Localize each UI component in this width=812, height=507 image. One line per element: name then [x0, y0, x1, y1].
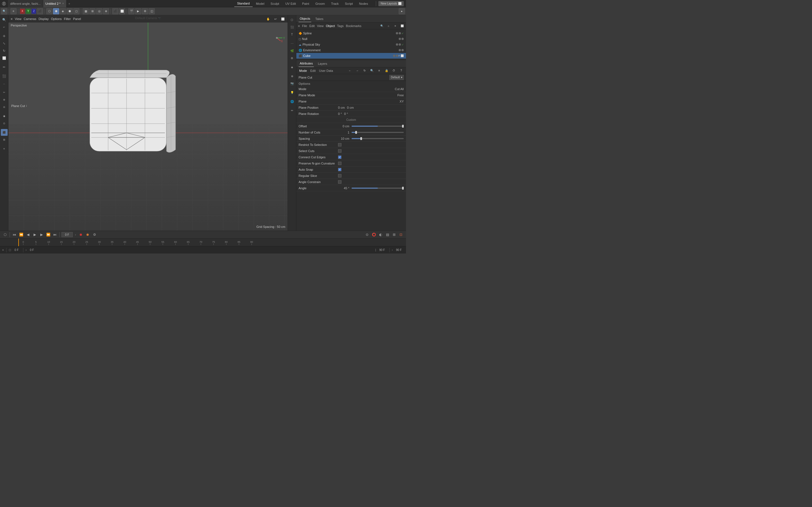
edge-btn[interactable]: ◻: [73, 8, 80, 14]
attr-filter-btn[interactable]: ≡: [376, 68, 382, 74]
attr-userdata-btn[interactable]: User Data: [318, 69, 335, 72]
attr-search-btn[interactable]: 🔍: [369, 68, 375, 74]
attr-edit-btn[interactable]: Edit: [309, 69, 317, 72]
rotate-target-btn[interactable]: ◎: [96, 8, 102, 14]
vp-view-menu[interactable]: View: [15, 17, 21, 20]
search-btn[interactable]: 🔍: [1, 8, 7, 14]
preserve-ngon-checkbox[interactable]: [338, 162, 342, 165]
restrict-checkbox[interactable]: [338, 143, 342, 147]
attr-fwd-btn[interactable]: →: [354, 68, 360, 74]
offset-slider[interactable]: [352, 126, 404, 127]
panel-menu-view[interactable]: View: [317, 24, 324, 27]
sky-vis-dot[interactable]: [396, 43, 398, 46]
angle-value[interactable]: 45 °: [338, 186, 349, 190]
tool-cut[interactable]: ✂: [1, 89, 8, 96]
anim-end-input[interactable]: [394, 248, 404, 251]
nav-tab-uvedit[interactable]: UV Edit: [283, 0, 299, 7]
panel-menu-edit[interactable]: Edit: [309, 24, 315, 27]
panel-menu-file[interactable]: File: [302, 24, 307, 27]
tl-snap-btn[interactable]: ⊡: [398, 232, 404, 237]
go-end-btn[interactable]: ⏭: [52, 232, 58, 237]
panel-home-btn[interactable]: ⌂: [386, 24, 391, 28]
attr-lock-btn[interactable]: 🔒: [384, 68, 390, 74]
rs-hair-btn[interactable]: 🌿: [289, 47, 296, 54]
rs-particles-btn[interactable]: ⋯: [289, 40, 296, 47]
vp-options-menu[interactable]: Options: [51, 17, 62, 20]
rs-light-btn[interactable]: 💡: [289, 89, 296, 96]
attr-mode-btn[interactable]: Mode: [298, 69, 308, 72]
render-btn[interactable]: ▶: [135, 8, 141, 14]
connect-cut-edges-checkbox[interactable]: ✓: [338, 156, 342, 159]
tool-rotate[interactable]: ↻: [1, 47, 8, 54]
render-region-btn[interactable]: ◫: [149, 8, 155, 14]
rs-plane-btn[interactable]: 🌐: [289, 98, 296, 105]
play-btn[interactable]: ▶: [32, 232, 38, 237]
rs-material-btn[interactable]: ◈: [289, 64, 296, 70]
axis-all-btn[interactable]: ⬛: [37, 8, 43, 14]
active-render-btn[interactable]: ▸: [399, 8, 405, 14]
tl-anim-btn[interactable]: ⭕: [371, 232, 377, 237]
tab-active[interactable]: Untitled 2 * ×: [43, 0, 66, 7]
viewport[interactable]: ≡ View Cameras Display Options Filter Pa…: [8, 15, 288, 231]
tool-align[interactable]: ≡: [1, 145, 8, 152]
rotate-btn[interactable]: ⊗: [103, 8, 109, 14]
snap2-btn[interactable]: ⬜: [119, 8, 125, 14]
vp-display-menu[interactable]: Display: [39, 17, 49, 20]
vp-zoom-btn[interactable]: ↩: [273, 16, 278, 21]
tl-track-btn[interactable]: ⊞: [391, 232, 397, 237]
num-cuts-slider[interactable]: [352, 132, 404, 133]
spline-vis-dot[interactable]: [396, 32, 398, 34]
nav-tab-sculpt[interactable]: Sculpt: [268, 0, 282, 7]
rs-camera-btn[interactable]: 📷: [289, 80, 296, 87]
start-frame-input[interactable]: [12, 248, 21, 251]
tool-transform[interactable]: ⬜: [1, 55, 8, 61]
step-back-btn[interactable]: ⏪: [18, 232, 24, 237]
nav-tab-standard[interactable]: Standard: [234, 0, 253, 7]
env-vis-dot[interactable]: [399, 49, 401, 51]
vp-cameras-menu[interactable]: Cameras: [24, 17, 36, 20]
axis-y-btn[interactable]: Y: [26, 8, 31, 14]
tool-plane-cut[interactable]: ⬛: [1, 129, 8, 136]
tool-smooth[interactable]: ◉: [1, 113, 8, 119]
nav-tab-paint[interactable]: Paint: [299, 0, 312, 7]
new-layouts-btn[interactable]: New Layouts ⬜: [378, 1, 404, 6]
go-start-btn[interactable]: ⏮: [11, 232, 17, 237]
rs-deform-btn[interactable]: ⚙: [289, 55, 296, 61]
spline-render-dot[interactable]: [399, 32, 401, 34]
playhead[interactable]: [18, 238, 19, 246]
step-fwd-btn[interactable]: ⏩: [45, 232, 51, 237]
cube-render-dot[interactable]: [396, 55, 398, 57]
rs-null-btn[interactable]: ⊕: [289, 73, 296, 79]
offset-value[interactable]: 0 cm: [338, 124, 349, 128]
tool-magnet[interactable]: ⊙: [1, 120, 8, 127]
key-icon[interactable]: ⬡: [2, 232, 8, 237]
scale-btn[interactable]: ⊞: [89, 8, 96, 14]
panel-menu-tags[interactable]: Tags: [337, 24, 344, 27]
cube-vis-dot[interactable]: [393, 55, 395, 57]
tl-pivot-btn[interactable]: ⊙: [364, 232, 370, 237]
null-render-dot[interactable]: [402, 38, 404, 40]
tab-takes[interactable]: Takes: [314, 15, 324, 22]
tree-item-null[interactable]: ◻ Null: [296, 36, 406, 42]
nav-tab-script[interactable]: Script: [342, 0, 356, 7]
rs-render-btn[interactable]: ✏: [289, 107, 296, 114]
tree-item-spline[interactable]: 🔶 Spline ✓: [296, 31, 406, 36]
tab-hint[interactable]: different angle, fashi...: [8, 0, 43, 7]
nav-tab-groom[interactable]: Groom: [313, 0, 328, 7]
attr-tab-attributes[interactable]: Attributes: [299, 60, 314, 67]
spacing-slider[interactable]: [352, 138, 404, 139]
frame-input[interactable]: [61, 232, 73, 237]
settings-btn[interactable]: ⚙: [92, 232, 97, 237]
render-preview-btn[interactable]: 🎬: [128, 8, 135, 14]
tab-close-icon[interactable]: ×: [62, 2, 64, 5]
panel-search-btn[interactable]: 🔍: [379, 24, 384, 28]
rs-text-btn[interactable]: T: [289, 31, 296, 38]
tool-move[interactable]: ✛: [1, 33, 8, 40]
attr-help-btn[interactable]: ?: [398, 68, 404, 74]
model-mode-btn[interactable]: ⬡: [46, 8, 52, 14]
vp-panel-menu[interactable]: Panel: [73, 17, 81, 20]
attr-tab-layers[interactable]: Layers: [317, 60, 328, 67]
end-frame-input-1[interactable]: [28, 248, 36, 251]
panel-menu-object[interactable]: Object: [326, 24, 335, 27]
ngon-btn[interactable]: ⬟: [66, 8, 73, 14]
